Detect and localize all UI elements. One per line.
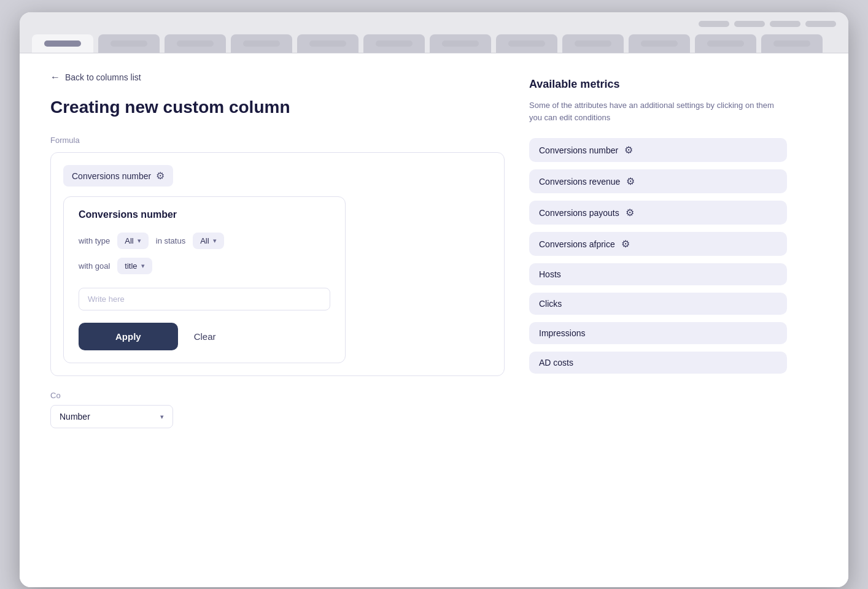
left-panel: ← Back to columns list Creating new cust… <box>50 72 505 569</box>
apply-button[interactable]: Apply <box>79 323 178 350</box>
browser-tab[interactable] <box>629 34 690 53</box>
dropdown-panel: Conversions number with type All ▾ in st… <box>63 196 346 363</box>
tab-pill <box>773 40 810 47</box>
metric-item-hosts[interactable]: Hosts <box>529 263 787 285</box>
browser-control-pill <box>734 21 765 27</box>
browser-tab[interactable] <box>231 34 292 53</box>
status-value: All <box>200 236 209 245</box>
status-filter-label: in status <box>156 236 185 245</box>
write-input[interactable] <box>79 288 330 310</box>
browser-tab[interactable] <box>363 34 425 53</box>
tab-pill <box>177 40 214 47</box>
metric-label: Conversions revenue <box>539 177 620 187</box>
type-chevron-icon: ▾ <box>138 237 141 245</box>
metric-label: Conversions payouts <box>539 208 619 218</box>
tab-pill-active <box>44 40 81 47</box>
right-panel: Available metrics Some of the attributes… <box>529 72 787 569</box>
formula-gear-icon[interactable]: ⚙ <box>156 170 165 182</box>
browser-controls <box>32 21 836 27</box>
tab-pill <box>110 40 147 47</box>
page-title: Creating new custom column <box>50 98 505 117</box>
metric-label: Conversions afprice <box>539 239 615 249</box>
metric-item-conversions-number[interactable]: Conversions number ⚙ <box>529 138 787 162</box>
tab-pill <box>575 40 611 47</box>
tab-pill <box>508 40 545 47</box>
filter-row-goal: with goal title ▾ <box>79 258 330 274</box>
col-type-label: Co <box>50 391 505 400</box>
formula-tag-label: Conversions number <box>72 171 151 181</box>
tab-pill <box>309 40 346 47</box>
goal-select[interactable]: title ▾ <box>117 258 152 274</box>
filter-row-type: with type All ▾ in status All ▾ <box>79 233 330 249</box>
available-metrics-title: Available metrics <box>529 78 787 91</box>
browser-tab[interactable] <box>430 34 491 53</box>
browser-tab[interactable] <box>496 34 557 53</box>
type-filter-label: with type <box>79 236 110 245</box>
tab-pill <box>641 40 678 47</box>
goal-filter-label: with goal <box>79 261 110 271</box>
metric-item-conversions-afprice[interactable]: Conversions afprice ⚙ <box>529 232 787 256</box>
formula-tag[interactable]: Conversions number ⚙ <box>63 165 173 187</box>
browser-control-pill <box>699 21 729 27</box>
action-buttons: Apply Clear <box>79 323 330 350</box>
back-arrow-icon: ← <box>50 72 60 83</box>
browser-tab[interactable] <box>98 34 160 53</box>
back-to-columns-link[interactable]: ← Back to columns list <box>50 72 505 83</box>
col-type-value: Number <box>60 412 90 422</box>
browser-tab[interactable] <box>695 34 756 53</box>
metric-label: Impressions <box>539 328 585 338</box>
browser-tab-active[interactable] <box>32 34 93 53</box>
browser-tab[interactable] <box>761 34 823 53</box>
status-select[interactable]: All ▾ <box>193 233 223 249</box>
tab-pill <box>243 40 280 47</box>
metric-item-impressions[interactable]: Impressions <box>529 322 787 344</box>
formula-container: Conversions number ⚙ Conversions number … <box>50 152 505 376</box>
tab-pill <box>707 40 744 47</box>
goal-value: title <box>125 261 137 271</box>
metric-item-ad-costs[interactable]: AD costs <box>529 352 787 374</box>
metric-label: Conversions number <box>539 145 618 155</box>
metric-gear-icon[interactable]: ⚙ <box>626 175 635 187</box>
browser-tab[interactable] <box>297 34 358 53</box>
browser-control-pill <box>805 21 836 27</box>
browser-chrome <box>20 12 848 53</box>
browser-tab-bar <box>32 34 836 53</box>
metric-label: Clicks <box>539 299 562 309</box>
browser-tab[interactable] <box>562 34 624 53</box>
metric-item-conversions-revenue[interactable]: Conversions revenue ⚙ <box>529 169 787 193</box>
type-value: All <box>125 236 133 245</box>
available-metrics-desc: Some of the attributes have an additiona… <box>529 99 787 123</box>
tab-pill <box>376 40 413 47</box>
metric-label: AD costs <box>539 358 573 368</box>
metric-item-conversions-payouts[interactable]: Conversions payouts ⚙ <box>529 201 787 225</box>
col-type-chevron-icon: ▾ <box>160 413 164 421</box>
page-content: ← Back to columns list Creating new cust… <box>20 53 848 587</box>
metric-list: Conversions number ⚙ Conversions revenue… <box>529 138 787 381</box>
browser-window: ← Back to columns list Creating new cust… <box>20 12 848 587</box>
metric-item-clicks[interactable]: Clicks <box>529 293 787 315</box>
metric-gear-icon[interactable]: ⚙ <box>621 238 630 250</box>
col-type-section: Co Number ▾ <box>50 391 505 428</box>
metric-label: Hosts <box>539 269 561 279</box>
metric-gear-icon[interactable]: ⚙ <box>626 207 634 218</box>
main-layout: ← Back to columns list Creating new cust… <box>20 53 848 587</box>
metric-gear-icon[interactable]: ⚙ <box>624 144 633 156</box>
browser-tab[interactable] <box>165 34 226 53</box>
tab-pill <box>442 40 479 47</box>
goal-chevron-icon: ▾ <box>141 262 145 270</box>
col-type-select[interactable]: Number ▾ <box>50 405 173 428</box>
status-chevron-icon: ▾ <box>213 237 217 245</box>
type-select[interactable]: All ▾ <box>117 233 148 249</box>
formula-label: Formula <box>50 136 505 145</box>
clear-button[interactable]: Clear <box>188 323 222 350</box>
dropdown-panel-title: Conversions number <box>79 209 330 220</box>
browser-control-pill <box>770 21 800 27</box>
back-link-label: Back to columns list <box>65 72 141 82</box>
